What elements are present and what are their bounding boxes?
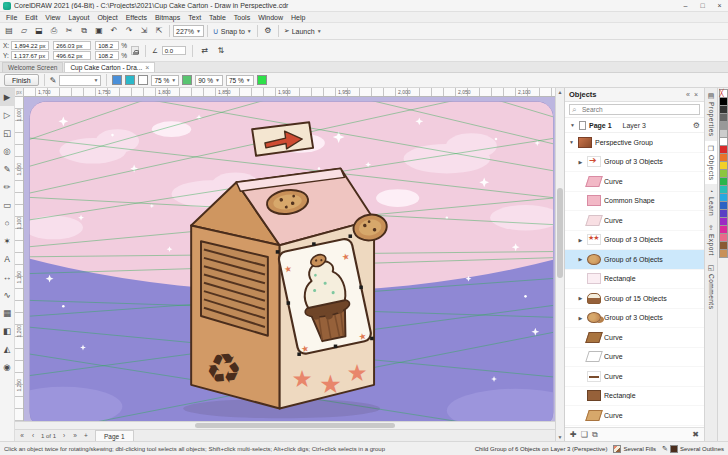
- dimension-tool[interactable]: ↔: [0, 268, 14, 286]
- export-icon[interactable]: ⇱: [152, 24, 166, 38]
- zoom-tool[interactable]: ◎: [0, 142, 14, 160]
- scale-width-field[interactable]: 108.2: [95, 41, 119, 50]
- page-label[interactable]: Page 1: [589, 122, 612, 129]
- document-tab[interactable]: Welcome Screen: [2, 62, 63, 72]
- page-color-swatch[interactable]: [138, 75, 148, 85]
- add-page-button[interactable]: +: [81, 431, 91, 441]
- fill-indicator[interactable]: Several Fills: [613, 445, 656, 453]
- connector-tool[interactable]: ∿: [0, 286, 14, 304]
- copy-icon[interactable]: ⧉: [77, 24, 91, 38]
- menu-window[interactable]: Window: [254, 12, 287, 23]
- scroll-up-icon[interactable]: ▲: [556, 88, 564, 96]
- menu-object[interactable]: Object: [93, 12, 121, 23]
- object-row[interactable]: ▶Group of 3 Objects: [565, 309, 704, 329]
- menu-effects[interactable]: Effects: [122, 12, 151, 23]
- layer-label[interactable]: Layer 3: [623, 122, 690, 129]
- last-page-button[interactable]: »: [70, 431, 80, 441]
- new-layer-icon[interactable]: ❏: [581, 430, 588, 439]
- scale-height-field[interactable]: 108.2: [95, 51, 119, 60]
- object-height-field[interactable]: 496.62 px: [53, 51, 91, 60]
- previous-page-button[interactable]: ‹: [28, 431, 38, 441]
- close-tab-icon[interactable]: ×: [145, 64, 149, 71]
- new-object-icon[interactable]: ✚: [570, 430, 577, 439]
- redo-icon[interactable]: ↷: [122, 24, 136, 38]
- finish-button[interactable]: Finish: [4, 74, 39, 86]
- launch-dropdown[interactable]: ➢ Launch ▼: [282, 25, 324, 38]
- menu-text[interactable]: Text: [184, 12, 205, 23]
- menu-table[interactable]: Table: [205, 12, 230, 23]
- docker-collapse-icon[interactable]: «: [684, 91, 692, 98]
- docker-tab-export[interactable]: ⇪Export: [705, 220, 717, 260]
- minimize-button[interactable]: –: [677, 0, 694, 11]
- close-button[interactable]: ×: [711, 0, 728, 11]
- first-page-button[interactable]: «: [17, 431, 27, 441]
- docker-tab-comments[interactable]: ◱Comments: [705, 260, 717, 313]
- interactive-fill-tool[interactable]: ◉: [0, 358, 14, 376]
- docker-tab-learn[interactable]: ◔Learn: [705, 184, 717, 220]
- rectangle-tool[interactable]: ▭: [0, 196, 14, 214]
- pick-tool[interactable]: ▶: [0, 88, 14, 106]
- horizontal-scrollbar[interactable]: [15, 421, 555, 429]
- mirror-vertical-button[interactable]: ⇅: [215, 45, 227, 57]
- ruler-origin-corner[interactable]: px: [15, 88, 24, 97]
- menu-help[interactable]: Help: [287, 12, 309, 23]
- document-tab[interactable]: Cup Cake Carton - Dra...×: [64, 62, 155, 72]
- print-icon[interactable]: ⎙: [47, 24, 61, 38]
- layer-options-gear-icon[interactable]: ⚙: [693, 121, 700, 130]
- expander-icon[interactable]: ▶: [577, 295, 584, 301]
- grid-line-color-swatch[interactable]: [257, 75, 267, 85]
- artistic-media-tool[interactable]: ✏: [0, 178, 14, 196]
- perspective-preset-dropdown[interactable]: ▼: [59, 75, 101, 86]
- paste-icon[interactable]: ▣: [92, 24, 106, 38]
- horizon-line-color-swatch[interactable]: [112, 75, 122, 85]
- edit-perspective-icon[interactable]: ✎: [50, 76, 57, 85]
- menu-edit[interactable]: Edit: [21, 12, 41, 23]
- mirror-horizontal-button[interactable]: ⇄: [199, 45, 211, 57]
- save-icon[interactable]: ⬓: [32, 24, 46, 38]
- shadow-tool[interactable]: ▦: [0, 304, 14, 322]
- opacity-field-two[interactable]: 90 %▼: [195, 75, 223, 86]
- import-icon[interactable]: ⇲: [137, 24, 151, 38]
- opacity-field-three[interactable]: 75 %▼: [226, 75, 254, 86]
- docker-tab-properties[interactable]: ▤Properties: [705, 88, 717, 141]
- next-page-button[interactable]: ›: [59, 431, 69, 441]
- ellipse-tool[interactable]: ○: [0, 214, 14, 232]
- lock-ratio-icon[interactable]: [131, 46, 139, 55]
- text-tool[interactable]: A: [0, 250, 14, 268]
- drawing-canvas[interactable]: ♻ ★ ★ ★ ★: [24, 97, 555, 421]
- menu-bitmaps[interactable]: Bitmaps: [151, 12, 184, 23]
- object-row[interactable]: ▼Perspective Group: [565, 133, 704, 153]
- y-position-field[interactable]: 1,137.67 px: [11, 51, 49, 60]
- object-row[interactable]: Rectangle: [565, 387, 704, 407]
- duplicate-icon[interactable]: ⧉: [592, 430, 598, 440]
- scroll-down-icon[interactable]: ▼: [556, 433, 564, 441]
- options-gear-icon[interactable]: ⚙: [261, 24, 275, 38]
- object-row[interactable]: Curve: [565, 367, 704, 387]
- search-input[interactable]: [569, 104, 700, 115]
- object-row[interactable]: Curve: [565, 406, 704, 426]
- docker-close-icon[interactable]: ×: [692, 91, 700, 98]
- maximize-button[interactable]: □: [694, 0, 711, 11]
- undo-icon[interactable]: ↶: [107, 24, 121, 38]
- vertical-scrollbar[interactable]: ▲ ▼: [555, 88, 564, 441]
- rotation-angle-field[interactable]: 0.0: [162, 46, 186, 55]
- menu-layout[interactable]: Layout: [64, 12, 93, 23]
- x-position-field[interactable]: 1,894.22 px: [11, 41, 49, 50]
- object-row[interactable]: Curve: [565, 348, 704, 368]
- expander-icon[interactable]: ▼: [568, 139, 575, 145]
- expander-icon[interactable]: ▶: [577, 237, 584, 243]
- zoom-level-dropdown[interactable]: 227% ▼: [173, 25, 204, 37]
- palette-color-swatch[interactable]: [719, 249, 728, 258]
- object-row[interactable]: Common Shape: [565, 192, 704, 212]
- outline-indicator[interactable]: ✎ Several Outlines: [662, 445, 724, 453]
- object-row[interactable]: Curve: [565, 328, 704, 348]
- grid-color-swatch[interactable]: [125, 75, 135, 85]
- object-row[interactable]: ▶Group of 3 Objects: [565, 153, 704, 173]
- menu-tools[interactable]: Tools: [230, 12, 254, 23]
- menu-view[interactable]: View: [41, 12, 64, 23]
- object-row[interactable]: ▶Group of 6 Objects: [565, 250, 704, 270]
- expander-icon[interactable]: ▶: [577, 315, 584, 321]
- expander-icon[interactable]: ▼: [569, 122, 576, 128]
- freehand-tool[interactable]: ✎: [0, 160, 14, 178]
- horizontal-ruler[interactable]: 1,7001,7501,8001,8501,9001,9502,0002,050…: [24, 88, 555, 97]
